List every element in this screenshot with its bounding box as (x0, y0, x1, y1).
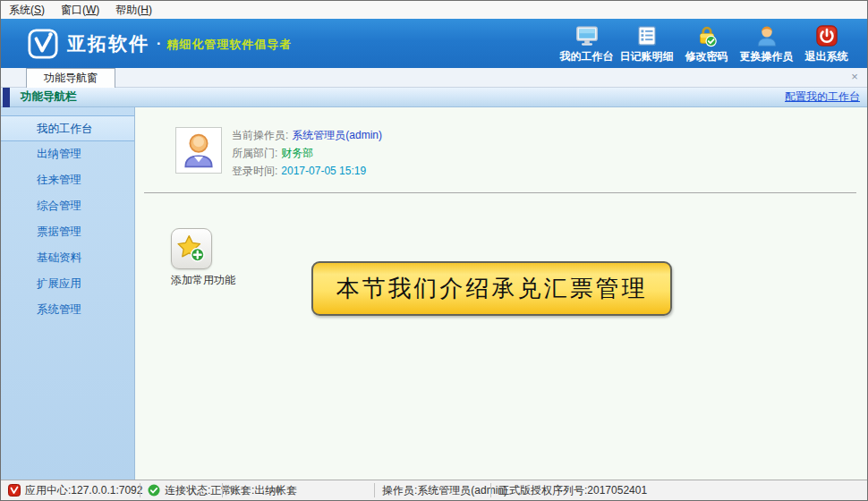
sidebar-item-transactions[interactable]: 往来管理 (1, 167, 134, 193)
toolbar-button-label: 日记账明细 (620, 49, 674, 64)
login-time-row: 登录时间:2017-07-05 15:19 (232, 162, 382, 180)
license-edition: 正式版 (498, 483, 531, 498)
avatar-icon (179, 131, 218, 170)
app-logo-icon (8, 484, 21, 497)
ledger-icon (635, 24, 659, 47)
menu-label: ) (41, 4, 45, 16)
brand: 亚拓软件 · 精细化管理软件倡导者 (28, 29, 292, 59)
switch-operator-button[interactable]: 更换操作员 (736, 22, 796, 64)
lesson-banner: 本节我们介绍承兑汇票管理 (311, 261, 672, 316)
menu-window[interactable]: 窗口(W) (53, 1, 107, 19)
exit-system-button[interactable]: 退出系统 (796, 22, 856, 64)
menu-label: 帮助( (115, 3, 140, 18)
brand-logo-icon (28, 29, 58, 59)
content-header: 功能导航栏 配置我的工作台 (1, 88, 867, 107)
add-favorite-shortcut: 添加常用功能 (171, 228, 260, 288)
operator-label: 当前操作员: (232, 129, 288, 141)
add-favorite-button[interactable] (171, 228, 212, 269)
sidebar-item-my-workbench[interactable]: 我的工作台 (1, 115, 134, 141)
license-value: 2017052401 (587, 484, 647, 497)
lesson-banner-text: 本节我们介绍承兑汇票管理 (336, 273, 648, 304)
menu-label: ) (96, 4, 99, 16)
separator (144, 192, 856, 193)
login-time-label: 登录时间: (232, 165, 277, 177)
operator-value: 系统管理员(admin) (292, 129, 382, 141)
panel-title: 功能导航栏 (21, 89, 77, 105)
green-check-icon (148, 484, 160, 497)
login-time-value: 2017-07-05 15:19 (281, 165, 366, 177)
sidebar-item-bills[interactable]: 票据管理 (1, 219, 134, 245)
license-status: 正式版 授权序列号: 2017052401 (490, 483, 654, 497)
account-set-status: 账套: 出纳帐套 (222, 483, 374, 497)
power-icon (815, 24, 838, 47)
sidebar-item-cashier[interactable]: 出纳管理 (1, 141, 134, 167)
menu-system[interactable]: 系统(S) (1, 1, 53, 19)
department-row: 所属部门:财务部 (232, 144, 382, 162)
app-center-status: 应用中心: 127.0.0.1:7092 (1, 483, 140, 497)
toolbar-button-label: 我的工作台 (560, 49, 614, 64)
app-center-value: 127.0.0.1:7092 (71, 484, 142, 497)
menu-hotkey: W (86, 4, 96, 16)
sidebar-item-comprehensive[interactable]: 综合管理 (1, 193, 134, 219)
menu-hotkey: H (140, 4, 149, 16)
brand-name: 亚拓软件 (67, 31, 149, 56)
app-header: 亚拓软件 · 精细化管理软件倡导者 我的工作台 (1, 19, 867, 68)
status-bar: 应用中心: 127.0.0.1:7092 连接状态: 正常 账套: 出纳帐套 操… (1, 480, 867, 500)
toolbar-button-label: 修改密码 (685, 49, 728, 64)
accent-bar (3, 88, 10, 107)
change-password-button[interactable]: 修改密码 (677, 22, 736, 64)
sidebar-nav: 我的工作台 出纳管理 往来管理 综合管理 票据管理 基础资料 扩展应用 系统管理 (1, 107, 135, 480)
brand-dot: · (157, 36, 161, 52)
operator-row: 当前操作员:系统管理员(admin) (232, 126, 382, 144)
menu-help[interactable]: 帮助(H) (107, 1, 160, 19)
toolbar-button-label: 更换操作员 (740, 49, 794, 64)
body: 我的工作台 出纳管理 往来管理 综合管理 票据管理 基础资料 扩展应用 系统管理… (1, 107, 867, 480)
tab-strip: 功能导航窗 × (1, 68, 867, 88)
star-plus-icon (175, 233, 208, 265)
connection-status: 连接状态: 正常 (140, 483, 222, 497)
sidebar-item-basic-data[interactable]: 基础资料 (1, 245, 134, 271)
menu-label: ) (149, 4, 152, 16)
lock-check-icon (695, 24, 719, 47)
configure-workbench-link[interactable]: 配置我的工作台 (785, 89, 860, 105)
app-center-label: 应用中心: (25, 483, 71, 498)
connection-label: 连接状态: (165, 483, 210, 498)
add-favorite-label: 添加常用功能 (158, 273, 248, 288)
journal-detail-button[interactable]: 日记账明细 (617, 22, 677, 64)
user-info-panel: 当前操作员:系统管理员(admin) 所属部门:财务部 登录时间:2017-07… (232, 126, 382, 180)
menu-bar: 系统(S) 窗口(W) 帮助(H) (1, 1, 867, 19)
department-label: 所属部门: (232, 147, 277, 159)
my-workbench-button[interactable]: 我的工作台 (557, 22, 617, 64)
menu-label: 系统( (9, 3, 34, 18)
menu-hotkey: S (34, 4, 41, 16)
brand-slogan: 精细化管理软件倡导者 (166, 34, 292, 53)
header-toolbar: 我的工作台 日记账明细 修改密码 (557, 22, 856, 64)
operator-icon (755, 24, 779, 47)
app-window: 系统(S) 窗口(W) 帮助(H) 亚拓软件 · 精细化管理软件倡导者 (0, 0, 868, 501)
avatar (175, 127, 222, 174)
sidebar-item-system[interactable]: 系统管理 (1, 297, 134, 323)
account-set-label: 账套: (230, 483, 254, 498)
menu-label: 窗口( (61, 3, 86, 18)
account-set-value: 出纳帐套 (254, 483, 297, 498)
close-icon[interactable]: × (847, 70, 862, 84)
main-content: 当前操作员:系统管理员(admin) 所属部门:财务部 登录时间:2017-07… (135, 107, 867, 480)
operator-status-label: 操作员: (382, 483, 417, 498)
license-label: 授权序列号: (531, 483, 587, 498)
sidebar-item-extensions[interactable]: 扩展应用 (1, 271, 134, 297)
operator-status: 操作员: 系统管理员(admin) (374, 483, 490, 497)
tab-function-navigator[interactable]: 功能导航窗 (26, 68, 115, 88)
monitor-icon (575, 24, 599, 47)
toolbar-button-label: 退出系统 (805, 49, 848, 64)
department-value: 财务部 (281, 147, 313, 159)
